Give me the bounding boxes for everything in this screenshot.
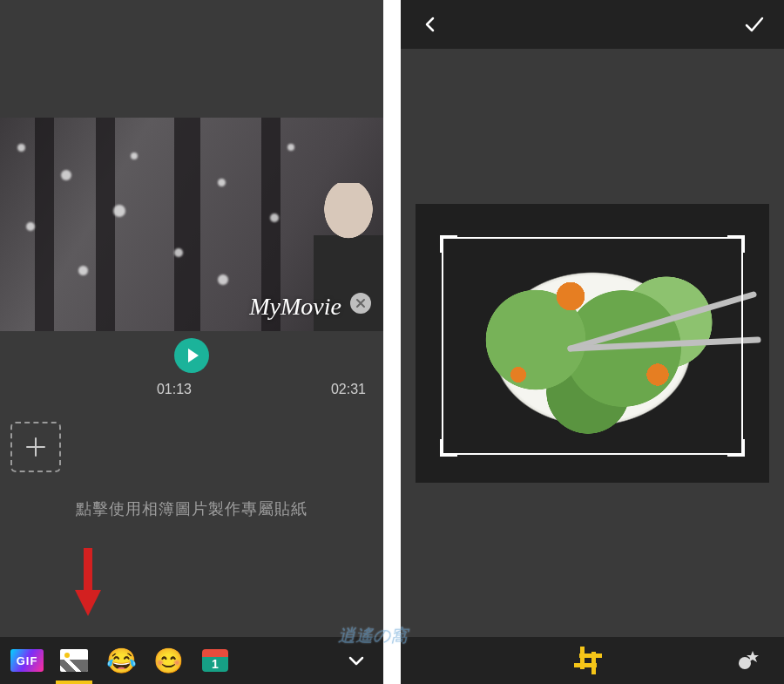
back-button[interactable] — [415, 9, 446, 40]
video-preview[interactable]: MyMovie — [0, 118, 383, 331]
svg-marker-1 — [75, 590, 101, 616]
crop-icon — [577, 649, 599, 672]
blush-emoji-icon: 😊 — [153, 647, 184, 675]
svg-rect-0 — [84, 548, 92, 592]
add-sticker-button[interactable] — [10, 422, 61, 472]
gif-icon: GIF — [10, 649, 44, 672]
emoji-tab-1[interactable]: 😂 — [98, 637, 145, 684]
image-icon — [60, 649, 88, 672]
laughing-emoji-icon: 😂 — [106, 647, 137, 675]
emoji-tab-2[interactable]: 😊 — [145, 637, 192, 684]
crop-bottombar — [401, 637, 784, 684]
collapse-button[interactable] — [333, 637, 380, 684]
editor-panel: MyMovie 01:13 02:31 點擊使用相簿圖片製作專屬貼紙 GIF — [0, 0, 383, 684]
bg-tree — [174, 118, 200, 331]
crop-topbar — [401, 0, 784, 49]
remove-watermark-button[interactable] — [350, 293, 371, 314]
chevron-down-icon — [347, 651, 366, 670]
play-icon — [188, 349, 199, 362]
crop-handle-bl[interactable] — [440, 439, 457, 457]
calendar-icon: 1 — [202, 649, 228, 672]
image-tab[interactable] — [51, 637, 98, 684]
crop-handle-tl[interactable] — [440, 235, 457, 253]
svg-point-2 — [739, 657, 751, 669]
crop-panel — [401, 0, 784, 684]
confirm-button[interactable] — [739, 9, 770, 40]
shape-tool-button[interactable] — [732, 645, 763, 676]
magic-shape-icon — [736, 649, 759, 672]
bg-tree — [96, 118, 115, 331]
crop-stage[interactable] — [401, 49, 784, 637]
crop-frame[interactable] — [442, 237, 743, 455]
photo-preview — [416, 204, 769, 483]
crop-tool-button[interactable] — [572, 645, 604, 676]
sticker-toolbar: GIF 😂 😊 1 — [0, 637, 383, 684]
chevron-left-icon — [422, 16, 439, 33]
top-spacer — [0, 0, 383, 118]
current-time: 01:13 — [17, 382, 331, 397]
sticker-track — [0, 413, 383, 472]
app-watermark: MyMovie — [249, 293, 341, 321]
time-display: 01:13 02:31 — [0, 373, 383, 397]
gif-tab[interactable]: GIF — [3, 637, 51, 684]
calendar-tab[interactable]: 1 — [192, 637, 239, 684]
crop-handle-tr[interactable] — [727, 235, 745, 253]
check-icon — [743, 13, 766, 36]
bg-tree — [35, 118, 54, 331]
tutorial-arrow — [75, 548, 101, 618]
play-button[interactable] — [174, 338, 209, 373]
playback-controls: 01:13 02:31 — [0, 331, 383, 397]
total-time: 02:31 — [331, 382, 366, 397]
crop-handle-br[interactable] — [727, 439, 745, 457]
hint-text: 點擊使用相簿圖片製作專屬貼紙 — [0, 498, 383, 519]
